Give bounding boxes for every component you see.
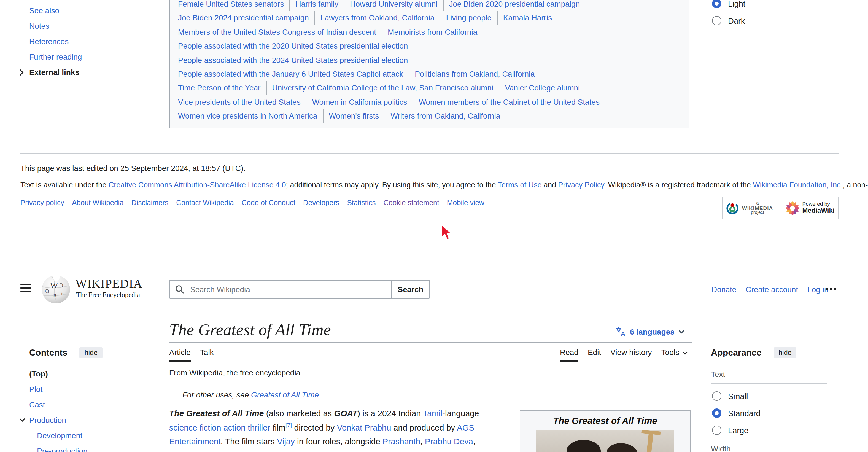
radio-label: Dark — [728, 16, 745, 25]
text-size-option-standard[interactable]: Standard — [712, 409, 761, 418]
category-link[interactable]: Time Person of the Year — [172, 81, 260, 95]
category-link[interactable]: Women members of the Cabinet of the Unit… — [413, 95, 599, 110]
category-link[interactable]: Vanier College alumni — [499, 81, 580, 95]
tab-article[interactable]: Article — [169, 348, 191, 362]
category-link[interactable]: Writers from Oakland, California — [384, 110, 500, 123]
category-link[interactable]: Lawyers from Oakland, California — [314, 11, 435, 25]
category-row: Women vice presidents in North AmericaWo… — [172, 110, 687, 123]
tab-view-history[interactable]: View history — [610, 348, 652, 361]
footer-link-statistics[interactable]: Statistics — [347, 199, 376, 207]
sidebar-item-external-links[interactable]: External links — [29, 64, 82, 80]
footer-link-privacy-policy[interactable]: Privacy policy — [21, 199, 64, 207]
sidebar-item-further-reading[interactable]: Further reading — [29, 49, 82, 64]
wikimedia-project-badge[interactable]: a WIKIMEDIA project — [722, 197, 777, 219]
search-input-box[interactable] — [169, 280, 392, 299]
wikipedia-globe-logo[interactable]: W Ω Э π ñ — [41, 274, 70, 304]
license-link[interactable]: Privacy Policy — [558, 181, 604, 189]
languages-button[interactable]: A 6 languages — [616, 327, 684, 336]
category-link[interactable]: University of California College of the … — [266, 81, 493, 95]
category-link[interactable]: Vice presidents of the United States — [172, 95, 301, 110]
sidebar-item-label[interactable]: Notes — [29, 18, 49, 34]
citation-link[interactable]: [7] — [285, 421, 292, 428]
header-link-create-account[interactable]: Create account — [746, 285, 798, 294]
category-link[interactable]: Joe Biden 2020 presidential campaign — [443, 0, 580, 11]
category-link[interactable]: People associated with the January 6 Uni… — [172, 67, 403, 81]
toc-item-top[interactable]: (Top) — [29, 366, 88, 382]
powered-by-mediawiki-badge[interactable]: Powered by MediaWiki — [781, 197, 839, 219]
category-link[interactable]: People associated with the 2020 United S… — [172, 39, 408, 53]
chevron-down-icon[interactable] — [19, 418, 25, 422]
sidebar-item-notes[interactable]: Notes — [29, 18, 82, 34]
radio-unselected-icon[interactable] — [712, 16, 721, 25]
category-link[interactable]: Memoirists from California — [382, 25, 477, 39]
text-size-option-large[interactable]: Large — [712, 426, 761, 435]
toc-item-development[interactable]: Development — [37, 428, 88, 443]
footer-link-about-wikipedia[interactable]: About Wikipedia — [72, 199, 124, 207]
footer-link-contact-wikipedia[interactable]: Contact Wikipedia — [176, 199, 234, 207]
toc-item-cast[interactable]: Cast — [29, 397, 88, 412]
category-link[interactable]: Kamala Harris — [497, 11, 552, 25]
appearance-hide-button[interactable]: hide — [774, 347, 796, 358]
license-link[interactable]: Wikimedia Foundation, Inc. — [753, 181, 843, 189]
tab-read[interactable]: Read — [560, 348, 579, 362]
toc-item-pre-production[interactable]: Pre-production — [37, 443, 88, 452]
category-link[interactable]: Members of the United States Congress of… — [172, 25, 376, 39]
radio-selected-icon[interactable] — [712, 409, 721, 418]
toc-item-label[interactable]: Cast — [29, 400, 45, 409]
search-button[interactable]: Search — [391, 280, 430, 299]
category-link[interactable]: Women in California politics — [306, 95, 407, 110]
intro-link-tamil[interactable]: Tamil — [423, 409, 442, 418]
toc-item-production[interactable]: Production — [29, 412, 88, 428]
intro-link-vijay[interactable]: Vijay — [277, 436, 295, 446]
search-input[interactable] — [189, 284, 391, 294]
toc-item-label[interactable]: Pre-production — [37, 447, 88, 452]
radio-unselected-icon[interactable] — [712, 391, 721, 401]
license-link[interactable]: Creative Commons Attribution-ShareAlike … — [108, 181, 286, 189]
category-link[interactable]: Living people — [440, 11, 492, 25]
category-link[interactable]: Politicians from Oakland, California — [409, 67, 535, 81]
category-link[interactable]: Female United States senators — [172, 0, 284, 11]
category-link[interactable]: People associated with the 2024 United S… — [172, 53, 408, 67]
intro-link-venkat-prabhu[interactable]: Venkat Prabhu — [337, 423, 391, 432]
footer-link-mobile-view[interactable]: Mobile view — [447, 199, 485, 207]
footer-link-disclaimers[interactable]: Disclaimers — [131, 199, 168, 207]
category-link[interactable]: Harris family — [289, 0, 338, 11]
radio-selected-icon[interactable] — [712, 0, 721, 8]
license-link[interactable]: Terms of Use — [498, 181, 541, 189]
category-link[interactable]: Joe Biden 2024 presidential campaign — [172, 11, 309, 25]
toc-item-label[interactable]: Production — [29, 416, 66, 424]
tab-edit[interactable]: Edit — [588, 348, 601, 361]
footer-link-developers[interactable]: Developers — [303, 199, 340, 207]
sidebar-item-label[interactable]: See also — [29, 3, 59, 18]
chevron-right-icon[interactable] — [19, 69, 24, 76]
film-poster-image[interactable]: T — [536, 430, 674, 452]
toc-item-label[interactable]: Development — [37, 431, 83, 440]
contents-hide-button[interactable]: hide — [80, 347, 102, 358]
sidebar-item-references[interactable]: References — [29, 34, 82, 49]
toc-item-label[interactable]: Plot — [29, 385, 42, 394]
header-link-donate[interactable]: Donate — [712, 285, 736, 294]
intro-link-science-fiction-action-thriller[interactable]: science fiction action thriller — [169, 423, 270, 432]
theme-option-dark[interactable]: Dark — [712, 16, 745, 25]
category-link[interactable]: Women vice presidents in North America — [172, 110, 317, 123]
sidebar-item-label[interactable]: References — [29, 34, 69, 49]
intro-link-prabhu-deva[interactable]: Prabhu Deva — [425, 436, 473, 446]
tab-tools[interactable]: Tools — [661, 348, 687, 361]
category-link[interactable]: Howard University alumni — [344, 0, 437, 11]
wikipedia-wordmark[interactable]: WIKIPEDIA — [75, 277, 143, 291]
footer-link-code-of-conduct[interactable]: Code of Conduct — [242, 199, 296, 207]
main-menu-icon[interactable] — [21, 284, 31, 292]
category-link[interactable]: Women's firsts — [323, 110, 379, 123]
more-options-ellipsis-icon[interactable] — [826, 287, 837, 291]
radio-unselected-icon[interactable] — [712, 426, 721, 435]
footer-link-cookie-statement[interactable]: Cookie statement — [383, 199, 439, 207]
intro-link-prashanth[interactable]: Prashanth — [382, 436, 420, 446]
theme-option-light[interactable]: Light — [712, 0, 745, 8]
radio-label: Standard — [728, 409, 761, 418]
sidebar-item-see-also[interactable]: See also — [29, 3, 82, 18]
hatnote-link[interactable]: Greatest of All Time — [251, 390, 319, 399]
text-size-option-small[interactable]: Small — [712, 391, 761, 401]
tab-talk[interactable]: Talk — [200, 348, 214, 362]
toc-item-plot[interactable]: Plot — [29, 382, 88, 397]
sidebar-item-label[interactable]: Further reading — [29, 49, 82, 64]
